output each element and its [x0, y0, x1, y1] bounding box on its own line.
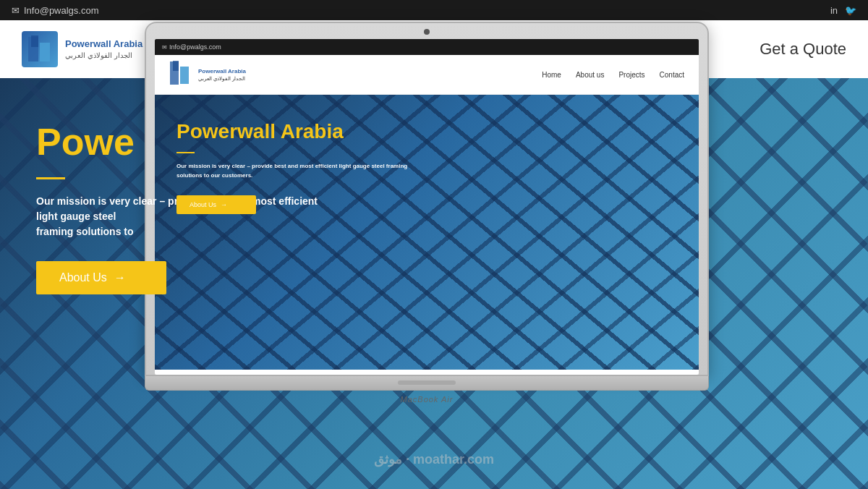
nav-projects[interactable]: Projects — [618, 71, 644, 79]
about-arrow-icon: → — [114, 271, 126, 284]
laptop-base-area: MacBook Air — [145, 376, 709, 405]
svg-rect-2 — [31, 35, 38, 47]
laptop-label-area: MacBook Air — [145, 392, 709, 405]
get-quote-button[interactable]: Get a Quote — [760, 40, 846, 59]
screen-topbar: ✉ Info@pwalgs.com — [155, 39, 699, 55]
bg-hero-divider — [36, 177, 65, 179]
screen-hero-title: Powerwall Arabia — [176, 120, 677, 143]
svg-rect-1 — [40, 43, 50, 61]
screen-hero-subtitle: Our mission is very clear – provide best… — [176, 162, 408, 181]
screen-hero-divider — [176, 152, 195, 153]
screen-about-arrow-icon: → — [221, 201, 227, 208]
screen-nav: Home About us Projects Contact — [542, 71, 684, 79]
screen-email-icon: ✉ — [162, 44, 167, 51]
screen-hero-content: Powerwall Arabia Our mission is very cle… — [155, 95, 699, 239]
svg-rect-5 — [173, 61, 179, 71]
bg-logo-area: Powerwall Arabia الجدار الفولاذي العربي — [22, 31, 142, 67]
nav-about[interactable]: About us — [576, 71, 604, 79]
bg-topbar: ✉ Info@pwalgs.com in 🐦 — [0, 0, 868, 20]
bg-logo-svg — [27, 35, 53, 63]
nav-contact[interactable]: Contact — [660, 71, 684, 79]
screen-about-us-button[interactable]: About Us → — [176, 195, 256, 214]
bg-about-us-button[interactable]: About Us → — [36, 261, 166, 294]
bg-logo-text: Powerwall Arabia الجدار الفولاذي العربي — [65, 38, 142, 60]
nav-home[interactable]: Home — [542, 71, 561, 79]
laptop-base — [145, 376, 709, 391]
laptop-brand-label: MacBook Air — [401, 395, 454, 404]
email-icon: ✉ — [12, 5, 20, 16]
linkedin-icon: in — [830, 5, 838, 16]
twitter-icon: 🐦 — [845, 5, 856, 16]
screen-topbar-email: ✉ Info@pwalgs.com — [162, 43, 221, 51]
bg-social-icons: in 🐦 — [830, 5, 856, 16]
bg-logo-box — [22, 31, 58, 67]
bg-topbar-email: ✉ Info@pwalgs.com — [12, 5, 99, 16]
watermark: موثق · moathar.com — [374, 451, 494, 467]
